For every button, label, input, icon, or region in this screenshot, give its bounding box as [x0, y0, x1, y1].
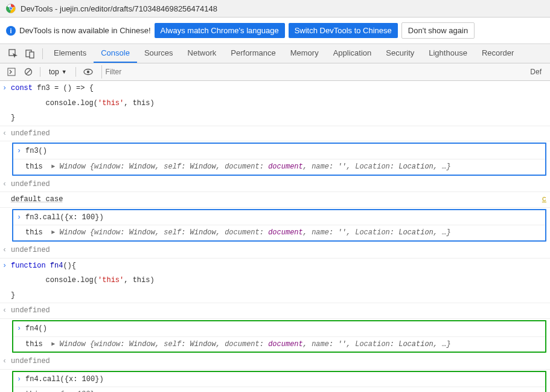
log-output: default case [11, 194, 542, 205]
divider [75, 67, 76, 77]
input-marker-icon: › [2, 260, 11, 272]
output-marker-icon: ‹ [2, 179, 11, 190]
console-input-row: › function fn4(){ [0, 259, 550, 274]
input-marker-icon: › [17, 146, 25, 157]
result-undefined: undefined [11, 305, 546, 316]
result-undefined: undefined [11, 356, 546, 367]
console-log-row[interactable]: this ▶ Window {window: Window, self: Win… [13, 337, 545, 352]
output-marker-icon: ‹ [2, 305, 11, 316]
always-match-language-button[interactable]: Always match Chrome's language [155, 23, 285, 38]
clear-console-icon[interactable] [22, 66, 35, 77]
code-line: } [11, 112, 546, 124]
expand-triangle-icon: ▶ [51, 390, 55, 392]
divider [40, 67, 40, 77]
console-toolbar: top ▼ Def [0, 63, 550, 81]
output-marker-icon: ‹ [2, 245, 11, 256]
live-expression-icon[interactable] [81, 67, 95, 77]
console-input-row: › fn3.call({x: 100}) [13, 210, 545, 226]
console-input-row: } [0, 288, 550, 304]
svg-point-11 [86, 71, 89, 73]
inspect-element-icon[interactable] [5, 45, 22, 62]
device-toolbar-icon[interactable] [22, 45, 39, 62]
chrome-icon [6, 4, 16, 13]
tab-security[interactable]: Security [379, 44, 421, 63]
code-line: console.log('this', this) [11, 98, 546, 109]
console-log-row: default case c [0, 192, 550, 208]
tab-console[interactable]: Console [94, 44, 137, 63]
console-result-row: ‹ undefined [0, 177, 550, 193]
expand-triangle-icon: ▶ [51, 339, 55, 349]
console-input-row: } [0, 111, 550, 126]
tab-application[interactable]: Application [326, 44, 379, 63]
console-log-row[interactable]: this ▶ Window {window: Window, self: Win… [13, 225, 545, 240]
tab-lighthouse[interactable]: Lighthouse [421, 44, 475, 63]
console-output: › const fn3 = () => { console.log('this'… [0, 81, 550, 392]
code-line: fn3.call({x: 100}) [25, 212, 542, 223]
infobar-message: DevTools is now available in Chinese! [19, 26, 151, 35]
info-icon: i [6, 26, 16, 36]
console-input-row: › fn4.call({x: 100}) [13, 372, 545, 388]
output-marker-icon: ‹ [2, 356, 11, 367]
highlight-box-green: › fn4() this ▶ Window {window: Window, s… [12, 320, 546, 353]
tab-recorder[interactable]: Recorder [475, 44, 521, 63]
log-output: this ▶ Window {window: Window, self: Win… [25, 339, 542, 350]
tab-performance[interactable]: Performance [223, 44, 283, 63]
console-log-row[interactable]: this ▶ Window {window: Window, self: Win… [13, 159, 545, 175]
tab-elements[interactable]: Elements [46, 44, 94, 63]
input-marker-icon: › [2, 83, 11, 94]
console-result-row: ‹ undefined [0, 243, 550, 259]
execution-context-selector[interactable]: top ▼ [45, 66, 71, 77]
result-undefined: undefined [11, 179, 546, 190]
window-title: DevTools - juejin.cn/editor/drafts/71034… [21, 4, 217, 13]
expand-triangle-icon: ▶ [51, 228, 55, 237]
chevron-down-icon: ▼ [62, 69, 67, 75]
code-line: function fn4(){ [11, 260, 546, 272]
log-levels-selector[interactable]: Def [526, 66, 545, 77]
code-line: const fn3 = () => { [11, 83, 546, 94]
console-input-row: › fn4() [13, 321, 545, 337]
output-marker-icon: ‹ [2, 128, 11, 140]
devtools-tabbar: Elements Console Sources Network Perform… [0, 44, 550, 63]
toggle-console-sidebar-icon[interactable] [5, 66, 18, 77]
code-line: console.log('this', this) [11, 275, 546, 286]
console-input-row: console.log('this', this) [0, 273, 550, 288]
code-line: fn3() [25, 146, 542, 157]
console-input-row: console.log('this', this) [0, 96, 550, 111]
filter-input[interactable] [101, 65, 523, 79]
code-line: } [11, 290, 546, 301]
input-marker-icon: › [17, 323, 25, 335]
svg-line-9 [26, 69, 31, 74]
highlight-box-blue: › fn3() this ▶ Window {window: Window, s… [12, 143, 546, 175]
svg-point-3 [10, 7, 12, 10]
language-infobar: i DevTools is now available in Chinese! … [0, 18, 550, 44]
console-result-row: ‹ undefined [0, 303, 550, 319]
console-result-row: ‹ undefined [0, 126, 550, 142]
code-line: fn4() [25, 323, 542, 335]
svg-rect-6 [30, 52, 34, 58]
console-input-row: › const fn3 = () => { [0, 81, 550, 96]
tab-sources[interactable]: Sources [137, 44, 181, 63]
console-result-row: ‹ undefined [0, 354, 550, 370]
execution-context-label: top [49, 68, 59, 76]
highlight-box-blue: › fn3.call({x: 100}) this ▶ Window {wind… [12, 209, 546, 242]
log-output: this ▶ Window {window: Window, self: Win… [25, 161, 542, 173]
input-marker-icon: › [17, 212, 25, 223]
switch-devtools-language-button[interactable]: Switch DevTools to Chinese [289, 23, 398, 38]
result-undefined: undefined [11, 245, 546, 256]
console-input-row: › fn3() [13, 144, 545, 159]
log-output: this ▶ {x: 100} [25, 389, 542, 392]
code-line: fn4.call({x: 100}) [25, 374, 542, 385]
tab-network[interactable]: Network [181, 44, 224, 63]
dont-show-again-button[interactable]: Don't show again [401, 22, 475, 39]
result-undefined: undefined [11, 128, 546, 140]
expand-triangle-icon: ▶ [51, 162, 55, 172]
log-output: this ▶ Window {window: Window, self: Win… [25, 227, 542, 239]
window-titlebar: DevTools - juejin.cn/editor/drafts/71034… [0, 0, 550, 18]
console-log-row[interactable]: this ▶ {x: 100} [13, 387, 545, 392]
input-marker-icon: › [17, 374, 25, 385]
divider [42, 48, 43, 59]
source-link[interactable]: c [542, 194, 546, 205]
highlight-box-green: › fn4.call({x: 100}) this ▶ {x: 100} [12, 371, 546, 392]
tab-memory[interactable]: Memory [283, 44, 326, 63]
